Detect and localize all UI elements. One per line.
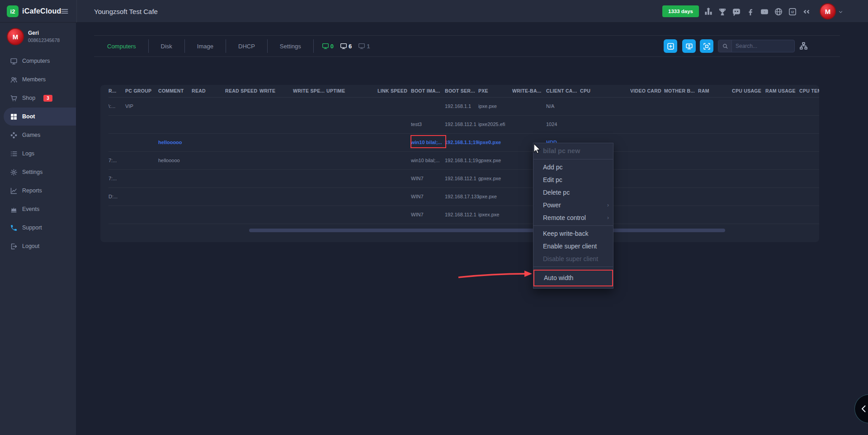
table-cell[interactable]: 192.168.17.131 xyxy=(445,187,478,206)
column-header-pxe[interactable]: PXE xyxy=(478,85,512,97)
column-header-client-ca[interactable]: CLIENT CA... xyxy=(546,85,580,97)
menu-item-power[interactable]: Power› xyxy=(533,199,613,211)
sidebar-item-shop[interactable]: Shop3 xyxy=(0,89,76,107)
menu-item-keep-write-back[interactable]: Keep write-back xyxy=(533,227,613,240)
column-header-cpu[interactable]: CPU xyxy=(580,85,630,97)
sidebar-item-members[interactable]: Members xyxy=(0,70,76,89)
table-cell[interactable]: hellooooo xyxy=(158,151,192,169)
side-panel-toggle-button[interactable] xyxy=(854,394,868,423)
table-cell[interactable]: ipxex.pxe xyxy=(478,206,512,224)
column-header-write-ba[interactable]: WRITE-BA... xyxy=(512,85,546,97)
table-cell[interactable]: test3 xyxy=(411,115,445,133)
table-cell[interactable]: win10 bilal;... xyxy=(411,151,445,169)
column-header-read[interactable]: READ xyxy=(192,85,225,97)
chevron-down-icon[interactable] xyxy=(838,9,844,15)
tab-dhcp[interactable]: DHCP xyxy=(226,39,268,53)
table-row[interactable]: hellooooowin10 bilal;...192.168.1.1;19..… xyxy=(108,133,819,151)
table-cell[interactable]: WIN7 xyxy=(411,206,445,224)
sidebar-item-games[interactable]: Games xyxy=(0,126,76,144)
header-icafe-badge-button[interactable]: i2 xyxy=(788,7,797,17)
tab-disk[interactable]: Disk xyxy=(149,39,185,53)
table-cell[interactable]: WIN7 xyxy=(411,187,445,206)
sitemap-icon[interactable] xyxy=(799,42,808,50)
sidebar-toggle-button[interactable] xyxy=(60,7,69,16)
column-header-mother-b[interactable]: MOTHER B... xyxy=(664,85,698,97)
table-cell[interactable]: ipxe0.pxe xyxy=(478,133,512,151)
header-double-chevron-button[interactable] xyxy=(802,7,811,17)
column-header-cpu-usage[interactable]: CPU USAGE xyxy=(732,85,765,97)
table-cell[interactable]: 192.168.1.1;19... xyxy=(445,151,478,169)
table-cell[interactable]: ipxe2025.efi xyxy=(478,115,512,133)
table-row[interactable]: WIN7192.168.112.1ipxex.pxe xyxy=(108,206,819,224)
menu-item-enable-super-client[interactable]: Enable super client xyxy=(533,240,613,253)
table-row[interactable]: D:...WIN7192.168.17.131ipxe.pxe xyxy=(108,187,819,206)
offline-pcs-count[interactable]: 1 xyxy=(358,42,370,50)
search-input[interactable] xyxy=(732,43,794,49)
header-facebook-button[interactable] xyxy=(745,7,755,17)
sidebar-item-boot[interactable]: Boot xyxy=(4,108,76,126)
tab-settings[interactable]: Settings xyxy=(268,39,314,53)
sidebar-item-computers[interactable]: Computers xyxy=(0,52,76,70)
table-row[interactable]: 7:...hellooooowin10 bilal;...192.168.1.1… xyxy=(108,151,819,169)
table-cell[interactable]: WIN7 xyxy=(411,169,445,187)
column-header-r[interactable]: R... xyxy=(108,85,125,97)
table-row[interactable]: test3192.168.112.1ipxe2025.efi1024 xyxy=(108,115,819,133)
table-row[interactable]: 7:...WIN7192.168.112.1gpxex.pxe xyxy=(108,169,819,187)
column-header-write-spe[interactable]: WRITE SPE... xyxy=(293,85,326,97)
table-cell[interactable]: N/A xyxy=(546,97,580,115)
tab-image[interactable]: Image xyxy=(185,39,226,53)
table-cell[interactable]: ipxe.pxe xyxy=(478,97,512,115)
sidebar-item-reports[interactable]: Reports xyxy=(0,182,76,200)
add-button[interactable] xyxy=(664,39,677,53)
table-cell[interactable]: gpxex.pxe xyxy=(478,169,512,187)
all-pcs-count[interactable]: 6 xyxy=(340,42,352,50)
header-ranking-button[interactable] xyxy=(703,7,713,17)
tab-computers[interactable]: Computers xyxy=(95,39,149,53)
sidebar-item-support[interactable]: Support xyxy=(0,219,76,237)
horizontal-scrollbar[interactable] xyxy=(249,229,725,232)
table-cell[interactable]: ipxe.pxe xyxy=(478,187,512,206)
menu-item-remote-control[interactable]: Remote control› xyxy=(533,211,613,224)
add-pc-button[interactable] xyxy=(682,39,696,53)
column-header-ram-usage[interactable]: RAM USAGE xyxy=(765,85,799,97)
table-row[interactable]: \:...VIP192.168.1.1ipxe.pxeN/A xyxy=(108,97,819,115)
menu-item-add-pc[interactable]: Add pc xyxy=(533,161,613,173)
column-header-boot-ser[interactable]: BOOT SER... xyxy=(445,85,478,97)
user-avatar[interactable]: M xyxy=(820,3,836,19)
table-cell[interactable]: 192.168.112.1 xyxy=(445,115,478,133)
sidebar-item-events[interactable]: Events xyxy=(0,200,76,218)
table-cell[interactable]: VIP xyxy=(125,97,158,115)
table-cell[interactable]: 192.168.112.1 xyxy=(445,206,478,224)
header-discord-button[interactable] xyxy=(731,7,741,17)
table-cell[interactable]: hellooooo xyxy=(158,133,192,151)
capture-layout-button[interactable] xyxy=(700,39,713,53)
menu-item-edit-pc[interactable]: Edit pc xyxy=(533,173,613,186)
column-header-comment[interactable]: COMMENT xyxy=(158,85,192,97)
sidebar-item-settings[interactable]: Settings xyxy=(0,163,76,181)
table-cell[interactable]: 192.168.1.1;19... xyxy=(445,133,478,151)
column-header-pc-group[interactable]: PC GROUP xyxy=(125,85,158,97)
column-header-write[interactable]: WRITE xyxy=(259,85,293,97)
column-header-boot-ima[interactable]: BOOT IMA... xyxy=(411,85,445,97)
header-trophy-button[interactable] xyxy=(717,7,727,17)
header-youtube-button[interactable] xyxy=(760,7,769,17)
table-cell[interactable]: 7:... xyxy=(108,169,125,187)
online-pcs-count[interactable]: 0 xyxy=(322,42,334,50)
table-cell[interactable]: \:... xyxy=(108,97,125,115)
column-header-video-card[interactable]: VIDEO CARD xyxy=(630,85,664,97)
table-cell[interactable]: 192.168.1.1 xyxy=(445,97,478,115)
table-cell[interactable]: 192.168.112.1 xyxy=(445,169,478,187)
menu-item-auto-width[interactable]: Auto width xyxy=(533,270,613,286)
table-cell[interactable]: gpxex.pxe xyxy=(478,151,512,169)
header-globe-button[interactable] xyxy=(774,7,783,17)
table-cell[interactable]: 7:... xyxy=(108,151,125,169)
column-header-cpu-temp[interactable]: CPU TEMP xyxy=(799,85,819,97)
column-header-read-speed[interactable]: READ SPEED xyxy=(225,85,259,97)
menu-item-delete-pc[interactable]: Delete pc xyxy=(533,186,613,199)
table-cell[interactable]: D:... xyxy=(108,187,125,206)
column-header-ram[interactable]: RAM xyxy=(698,85,732,97)
sidebar-item-logout[interactable]: Logout xyxy=(0,237,76,255)
column-header-link-speed[interactable]: LINK SPEED xyxy=(377,85,411,97)
sidebar-item-logs[interactable]: Logs xyxy=(0,145,76,163)
column-header-uptime[interactable]: UPTIME xyxy=(326,85,377,97)
